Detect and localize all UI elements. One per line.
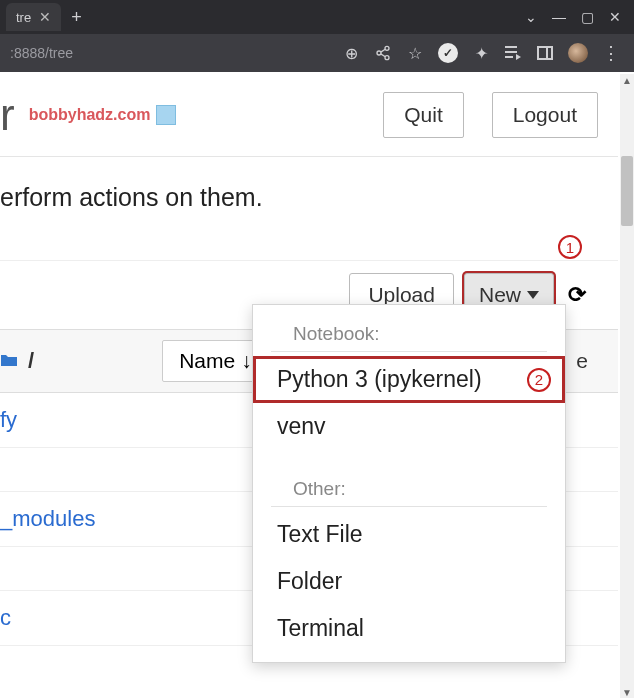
cube-icon xyxy=(156,105,176,125)
menu-item-label: Terminal xyxy=(277,615,364,642)
brand-watermark: bobbyhadz.com xyxy=(29,105,177,125)
menu-item-terminal[interactable]: Terminal xyxy=(253,605,565,652)
close-icon[interactable]: ✕ xyxy=(39,9,51,25)
page-header: r bobbyhadz.com Quit Logout xyxy=(0,72,618,157)
svg-rect-7 xyxy=(505,56,513,58)
extensions-icon[interactable]: ✦ xyxy=(472,44,490,62)
profile-avatar[interactable] xyxy=(568,43,588,63)
browser-tab[interactable]: tre ✕ xyxy=(6,3,61,31)
listing-header-right-fragment: e xyxy=(576,349,588,373)
menu-item-label: Folder xyxy=(277,568,342,595)
close-window-icon[interactable]: ✕ xyxy=(608,9,622,25)
sort-label: Name xyxy=(179,349,235,373)
share-icon[interactable] xyxy=(374,44,392,62)
zoom-icon[interactable]: ⊕ xyxy=(342,44,360,62)
vertical-scrollbar[interactable]: ▲ ▼ xyxy=(620,74,634,698)
file-link[interactable]: _modules xyxy=(0,506,95,531)
folder-icon[interactable] xyxy=(0,351,18,372)
svg-point-2 xyxy=(385,56,389,60)
chevron-down-icon[interactable]: ⌄ xyxy=(524,9,538,25)
svg-point-1 xyxy=(377,51,381,55)
file-link[interactable]: c xyxy=(0,605,11,630)
menu-item-label: Text File xyxy=(277,521,363,548)
maximize-icon[interactable]: ▢ xyxy=(580,9,594,25)
url-text[interactable]: :8888/tree xyxy=(8,45,73,61)
file-link[interactable]: fy xyxy=(0,407,17,432)
refresh-button[interactable]: ⟳ xyxy=(564,276,590,314)
svg-line-3 xyxy=(381,49,386,52)
browser-tab-strip: tre ✕ + ⌄ — ▢ ✕ xyxy=(0,0,634,34)
browser-action-icons: ⊕ ☆ ✓ ✦ ⋮ xyxy=(342,42,626,64)
tab-title: tre xyxy=(16,10,31,25)
extension-badge-icon[interactable]: ✓ xyxy=(438,43,458,63)
scroll-thumb[interactable] xyxy=(621,156,633,226)
scroll-down-icon[interactable]: ▼ xyxy=(620,686,634,698)
svg-rect-6 xyxy=(505,51,517,53)
page-content: r bobbyhadz.com Quit Logout erform actio… xyxy=(0,72,634,698)
playlist-icon[interactable] xyxy=(504,44,522,62)
svg-rect-9 xyxy=(538,47,552,59)
minimize-icon[interactable]: — xyxy=(552,9,566,25)
quit-button[interactable]: Quit xyxy=(383,92,464,138)
svg-point-0 xyxy=(385,46,389,50)
new-dropdown-menu: Notebook: Python 3 (ipykernel) 2 venv Ot… xyxy=(252,304,566,663)
dropdown-section-notebook: Notebook: xyxy=(271,309,547,352)
bookmark-star-icon[interactable]: ☆ xyxy=(406,44,424,62)
menu-item-label: venv xyxy=(277,413,326,440)
menu-item-venv[interactable]: venv xyxy=(253,403,565,450)
svg-line-4 xyxy=(381,54,386,57)
window-controls: ⌄ — ▢ ✕ xyxy=(524,9,628,25)
new-tab-button[interactable]: + xyxy=(71,7,82,28)
svg-rect-5 xyxy=(505,46,517,48)
svg-marker-8 xyxy=(516,54,521,60)
dropdown-section-other: Other: xyxy=(271,464,547,507)
menu-item-python3[interactable]: Python 3 (ipykernel) 2 xyxy=(253,356,565,403)
scroll-up-icon[interactable]: ▲ xyxy=(620,74,634,88)
menu-item-folder[interactable]: Folder xyxy=(253,558,565,605)
annotation-badge-2: 2 xyxy=(527,368,551,392)
menu-item-label: Python 3 (ipykernel) xyxy=(277,366,482,393)
kebab-menu-icon[interactable]: ⋮ xyxy=(602,42,620,64)
breadcrumb-root[interactable]: / xyxy=(28,348,34,374)
brand-text: bobbyhadz.com xyxy=(29,106,151,124)
caret-down-icon xyxy=(527,291,539,299)
panel-icon[interactable] xyxy=(536,44,554,62)
url-bar-row: :8888/tree ⊕ ☆ ✓ ✦ ⋮ xyxy=(0,34,634,72)
annotation-badge-1: 1 xyxy=(558,235,582,259)
instruction-text: erform actions on them. xyxy=(0,157,618,261)
sort-arrow-icon: ↓ xyxy=(241,349,252,373)
menu-item-textfile[interactable]: Text File xyxy=(253,511,565,558)
logout-button[interactable]: Logout xyxy=(492,92,598,138)
jupyter-logo-fragment: r xyxy=(0,90,15,140)
